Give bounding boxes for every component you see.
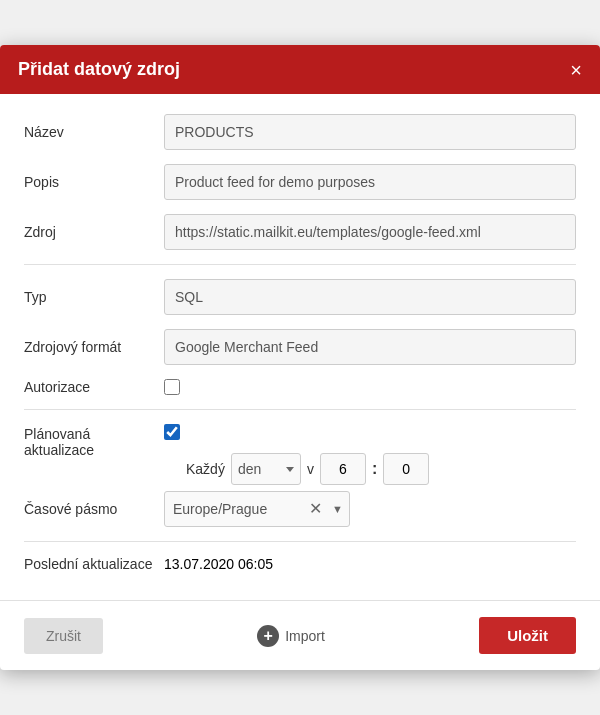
schedule-time-row: Každý den hodinu týden v : [186,453,576,485]
posledni-aktualizace-row: Poslední aktualizace 13.07.2020 06:05 [24,556,576,572]
zdrojovy-format-label: Zdrojový formát [24,339,164,355]
timezone-select[interactable]: Europe/Prague Europe/London UTC [165,492,305,526]
minute-input[interactable] [383,453,429,485]
timezone-clear-button[interactable]: ✕ [305,501,326,517]
zdroj-input[interactable] [164,214,576,250]
planovana-checkbox[interactable] [164,424,180,440]
divider-2 [24,409,576,410]
nazev-input[interactable] [164,114,576,150]
import-label: Import [285,628,325,644]
divider-3 [24,541,576,542]
divider-1 [24,264,576,265]
popis-row: Popis [24,164,576,200]
typ-row: Typ SQL HTTP FTP [24,279,576,315]
import-icon: + [257,625,279,647]
timezone-dropdown-button[interactable]: ▼ [326,504,349,515]
posledni-aktualizace-value: 13.07.2020 06:05 [164,556,273,572]
zdrojovy-format-row: Zdrojový formát Google Merchant Feed CSV… [24,329,576,365]
modal-body: Název Popis Zdroj Typ SQL HTTP FTP [0,94,600,600]
autorizace-row: Autorizace [24,379,576,395]
typ-label: Typ [24,289,164,305]
posledni-aktualizace-label: Poslední aktualizace [24,556,164,572]
v-label: v [307,461,314,477]
cancel-button[interactable]: Zrušit [24,618,103,654]
colon: : [372,460,377,478]
typ-select-wrapper: SQL HTTP FTP [164,279,576,315]
modal-title: Přidat datový zdroj [18,59,180,80]
zdroj-label: Zdroj [24,224,164,240]
nazev-label: Název [24,124,164,140]
schedule-block: Každý den hodinu týden v : [164,424,576,485]
zdroj-row: Zdroj [24,214,576,250]
modal-header: Přidat datový zdroj × [0,45,600,94]
autorizace-checkbox[interactable] [164,379,180,395]
typ-select[interactable]: SQL HTTP FTP [164,279,576,315]
planovana-aktualizace-label: Plánovaná aktualizace [24,424,164,458]
timezone-select-wrapper: Europe/Prague Europe/London UTC ✕ ▼ [164,491,350,527]
popis-input[interactable] [164,164,576,200]
popis-label: Popis [24,174,164,190]
close-button[interactable]: × [570,60,582,80]
kazdy-select[interactable]: den hodinu týden [231,453,301,485]
zdrojovy-format-select-wrapper: Google Merchant Feed CSV XML [164,329,576,365]
nazev-row: Název [24,114,576,150]
planovana-aktualizace-row: Plánovaná aktualizace Každý den hodinu t… [24,424,576,485]
import-button[interactable]: + Import [257,625,325,647]
autorizace-label: Autorizace [24,379,164,395]
zdrojovy-format-select[interactable]: Google Merchant Feed CSV XML [164,329,576,365]
save-button[interactable]: Uložit [479,617,576,654]
modal-dialog: Přidat datový zdroj × Název Popis Zdroj … [0,45,600,670]
hour-input[interactable] [320,453,366,485]
modal-footer: Zrušit + Import Uložit [0,600,600,670]
casove-pasmo-label: Časové pásmo [24,501,164,517]
casove-pasmo-row: Časové pásmo Europe/Prague Europe/London… [24,491,576,527]
kazdy-label: Každý [186,461,225,477]
